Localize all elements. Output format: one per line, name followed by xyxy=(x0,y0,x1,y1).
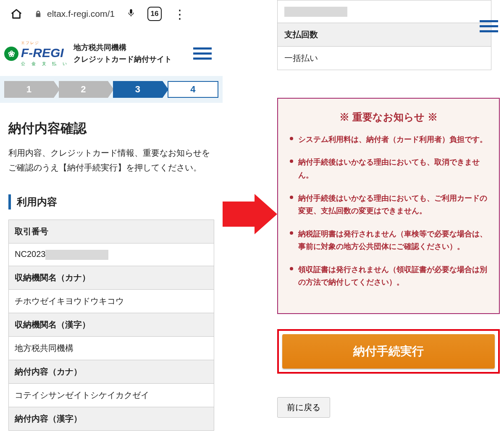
notice-item: 納税証明書は発行されません（車検等で必要な場合は、事前に対象の地方公共団体にご確… xyxy=(290,228,487,253)
page-title: 納付内容確認 xyxy=(8,120,223,137)
step-3: 3 xyxy=(113,81,163,98)
td-org-kanji: 地方税共同機構 xyxy=(9,336,214,360)
site-title: 地方税共同機構 クレジットカード納付サイト xyxy=(74,42,172,65)
site-header: ❀ エフレジ F-REGI 公 金 支 払 い 地方税共同機構 クレジットカード… xyxy=(0,29,223,76)
td-org-kana: チホウゼイキヨウドウキコウ xyxy=(9,289,214,313)
browser-toolbar: eltax.f-regi.com/1 16 ⋮ xyxy=(0,0,223,29)
kebab-menu-icon[interactable]: ⋮ xyxy=(173,12,186,16)
url-pill[interactable]: eltax.f-regi.com/1 xyxy=(34,9,115,19)
notice-item: 納付手続後はいかなる理由においても、ご利用カードの変更、支払回数の変更はできませ… xyxy=(290,192,487,217)
section-title-usage: 利用内容 xyxy=(8,194,214,209)
step-2: 2 xyxy=(59,81,108,98)
td-hidden-row xyxy=(278,0,491,23)
progress-stepper: 1 2 3 4 xyxy=(0,76,223,103)
tab-count-badge[interactable]: 16 xyxy=(147,7,162,21)
td-payment-count: 一括払い xyxy=(278,46,491,70)
brand-lockup: ❀ エフレジ F-REGI 公 金 支 払 い 地方税共同機構 クレジットカード… xyxy=(4,40,172,67)
step-4: 4 xyxy=(168,81,219,98)
url-text: eltax.f-regi.com/1 xyxy=(47,9,115,19)
lock-icon xyxy=(34,10,42,18)
td-transaction-no: NC2023 xyxy=(9,243,214,266)
th-payment-count: 支払回数 xyxy=(278,23,491,46)
execute-payment-button[interactable]: 納付手続実行 xyxy=(282,334,495,369)
th-org-kanji: 収納機関名（漢字） xyxy=(9,313,214,336)
td-payment-kana: コテイシサンゼイトシケイカクゼイ xyxy=(9,383,214,407)
redacted-block xyxy=(45,250,108,260)
execute-button-highlight: 納付手続実行 xyxy=(277,329,500,374)
important-notice-box: ※ 重要なお知らせ ※ システム利用料は、納付者（カード利用者）負担です。 納付… xyxy=(277,98,500,314)
notice-item: 納付手続後はいかなる理由においても、取消できません。 xyxy=(290,156,487,181)
usage-table: 取引番号 NC2023 収納機関名（カナ） チホウゼイキヨウドウキコウ 収納機関… xyxy=(8,220,214,431)
globe-icon: ❀ xyxy=(4,47,18,61)
page-description: 利用内容、クレジットカード情報、重要なお知らせをご確認のうえ【納付手続実行】を押… xyxy=(8,146,214,175)
home-icon[interactable] xyxy=(10,8,23,20)
th-payment-kana: 納付内容（カナ） xyxy=(9,360,214,383)
th-org-kana: 収納機関名（カナ） xyxy=(9,266,214,289)
notice-title: ※ 重要なお知らせ ※ xyxy=(290,110,487,124)
th-transaction-no: 取引番号 xyxy=(9,220,214,243)
back-button[interactable]: 前に戻る xyxy=(277,397,330,418)
mic-icon[interactable] xyxy=(126,8,136,20)
hamburger-menu-icon-right[interactable] xyxy=(480,20,498,32)
notice-item: 領収証書は発行されません（領収証書が必要な場合は別の方法で納付してください）。 xyxy=(290,263,487,289)
th-payment-kanji: 納付内容（漢字） xyxy=(9,407,214,430)
hamburger-menu-icon[interactable] xyxy=(193,47,212,60)
payment-count-table: 支払回数 一括払い xyxy=(277,0,491,70)
step-1: 1 xyxy=(4,81,54,98)
notice-item: システム利用料は、納付者（カード利用者）負担です。 xyxy=(290,133,487,146)
